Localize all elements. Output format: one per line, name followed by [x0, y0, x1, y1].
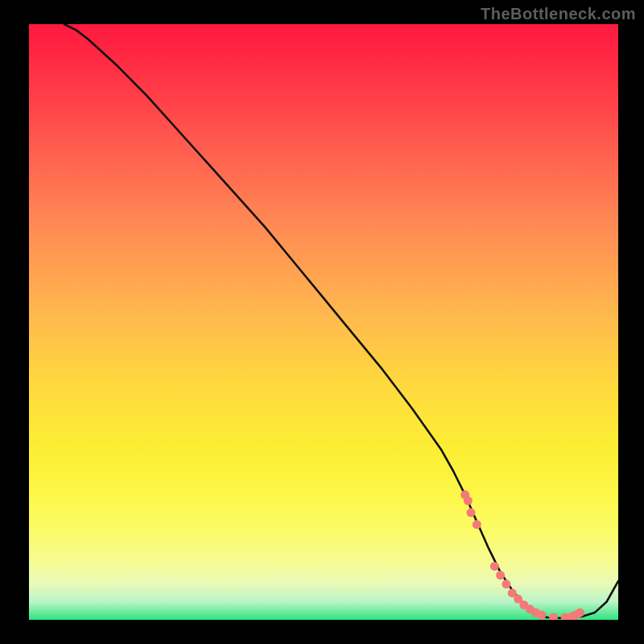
chart-frame: TheBottleneck.com	[0, 0, 644, 644]
dot	[490, 562, 499, 571]
dot	[537, 611, 546, 620]
dot	[473, 520, 481, 529]
highlight-dots	[460, 490, 584, 620]
dot	[467, 508, 476, 517]
curve-svg	[29, 24, 618, 620]
dot	[502, 580, 510, 588]
dot	[576, 609, 584, 617]
dot	[496, 571, 505, 580]
plot-area	[29, 24, 618, 620]
dot	[549, 613, 558, 621]
watermark-text: TheBottleneck.com	[481, 5, 636, 23]
dot	[464, 497, 473, 506]
bottleneck-curve	[64, 24, 618, 618]
